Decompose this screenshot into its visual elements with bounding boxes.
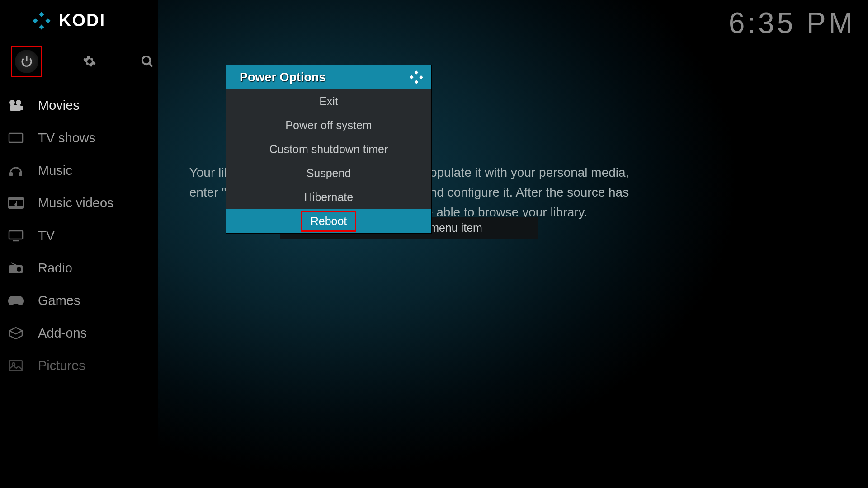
svg-rect-9: [21, 106, 23, 110]
tvshows-icon: [6, 132, 25, 144]
menu-item-tv[interactable]: TV: [6, 219, 158, 252]
menu-label: Movies: [38, 98, 80, 113]
svg-rect-10: [9, 133, 23, 142]
sidebar: KODI Movies: [0, 0, 158, 488]
svg-point-6: [9, 100, 15, 105]
menu-label: Music videos: [38, 196, 114, 211]
power-button[interactable]: [15, 50, 38, 73]
svg-rect-11: [9, 172, 13, 176]
svg-line-5: [149, 63, 153, 67]
svg-rect-25: [419, 75, 423, 79]
clock: 6:35 PM: [729, 6, 855, 40]
svg-rect-2: [45, 18, 50, 23]
svg-rect-0: [39, 12, 44, 17]
svg-rect-14: [9, 197, 23, 200]
menu-item-movies[interactable]: Movies: [6, 89, 158, 122]
app-logo: KODI: [0, 0, 158, 38]
power-option-shutdowntimer[interactable]: Custom shutdown timer: [226, 137, 431, 161]
power-option-exit[interactable]: Exit: [226, 89, 431, 113]
svg-rect-26: [415, 80, 418, 84]
addons-icon: [6, 327, 25, 339]
menu-item-radio[interactable]: Radio: [6, 252, 158, 284]
music-icon: [6, 164, 25, 177]
menu-label: TV: [38, 228, 55, 243]
dialog-title: Power Options: [240, 70, 326, 84]
menu-label: Games: [38, 293, 80, 308]
menu-item-games[interactable]: Games: [6, 284, 158, 317]
svg-rect-3: [39, 24, 44, 29]
svg-rect-23: [415, 70, 418, 74]
svg-rect-12: [19, 172, 22, 176]
svg-point-7: [16, 100, 21, 105]
svg-rect-24: [410, 75, 413, 79]
menu-item-music[interactable]: Music: [6, 154, 158, 187]
menu-item-musicvideos[interactable]: Music videos: [6, 187, 158, 219]
menu-label: TV shows: [38, 131, 95, 145]
main-menu: Movies TV shows Music Music videos TV: [0, 89, 158, 382]
menu-label: Pictures: [38, 358, 85, 373]
power-icon: [20, 55, 33, 68]
power-option-poweroff[interactable]: Power off system: [226, 113, 431, 137]
menu-item-tvshows[interactable]: TV shows: [6, 122, 158, 154]
power-option-suspend[interactable]: Suspend: [226, 161, 431, 185]
svg-point-22: [12, 363, 15, 366]
dialog-option-label: Reboot: [311, 215, 347, 228]
games-icon: [6, 295, 25, 306]
gear-icon: [83, 55, 96, 68]
pictures-icon: [6, 360, 25, 371]
menu-label: Radio: [38, 261, 72, 276]
tv-icon: [6, 229, 25, 242]
kodi-logo-icon: [33, 12, 51, 30]
power-option-reboot[interactable]: Reboot: [226, 209, 431, 233]
menu-item-pictures[interactable]: Pictures: [6, 349, 158, 382]
svg-rect-21: [9, 361, 22, 371]
radio-icon: [6, 262, 25, 274]
kodi-logo-icon: [410, 70, 423, 84]
menu-item-addons[interactable]: Add-ons: [6, 317, 158, 349]
menu-label: Music: [38, 163, 72, 178]
brand-name: KODI: [59, 11, 105, 30]
search-icon: [141, 55, 154, 68]
dialog-header: Power Options: [226, 65, 431, 89]
svg-point-4: [142, 56, 151, 65]
musicvideos-icon: [6, 197, 25, 209]
settings-button[interactable]: [79, 50, 100, 73]
svg-rect-16: [9, 231, 23, 239]
menu-label: Add-ons: [38, 326, 87, 341]
search-button[interactable]: [137, 50, 158, 73]
annotation-highlight-reboot: Reboot: [301, 211, 357, 232]
power-option-hibernate[interactable]: Hibernate: [226, 185, 431, 209]
svg-rect-15: [9, 206, 23, 208]
annotation-highlight-power: [11, 46, 42, 77]
svg-rect-8: [10, 105, 21, 111]
svg-point-19: [17, 267, 21, 272]
svg-line-20: [11, 263, 16, 265]
svg-rect-1: [33, 18, 38, 23]
movies-icon: [6, 99, 25, 111]
dialog-options: Exit Power off system Custom shutdown ti…: [226, 89, 431, 233]
power-options-dialog: Power Options Exit Power off system Cust…: [226, 65, 431, 233]
